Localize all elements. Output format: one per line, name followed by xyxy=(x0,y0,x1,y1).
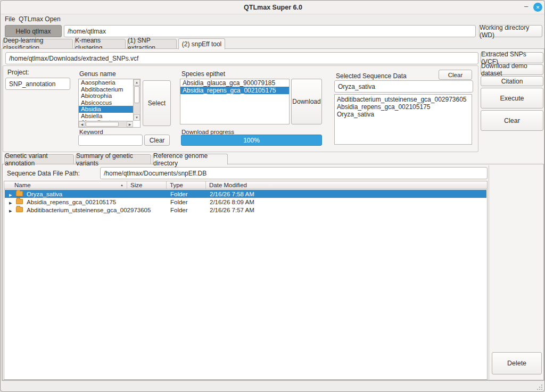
file-name: Absidia_repens_gca_002105175 xyxy=(27,199,125,205)
genus-item[interactable]: Aaosphaeria xyxy=(79,79,133,86)
selected-sequence-item[interactable]: Oryza_sativa xyxy=(335,111,472,118)
file-date-modified: 2/16/26 7:58 AM xyxy=(210,191,254,197)
tab-kmeans-clustering[interactable]: K-means clustering xyxy=(75,39,126,49)
expander-icon[interactable]: ▶ xyxy=(9,201,14,205)
sequence-data-file-path-input[interactable] xyxy=(100,167,488,179)
species-epithet-label: Species epithet xyxy=(181,70,225,78)
column-header-size[interactable]: Size xyxy=(127,181,167,189)
genus-item[interactable]: Absiella xyxy=(79,113,133,120)
menu-bar: File QTLmax Open xyxy=(1,14,545,23)
delete-button[interactable]: Delete xyxy=(492,352,542,374)
snpeff-tool-pane: Extracted SNPs (VCF) Download demo datas… xyxy=(2,48,544,381)
species-listbox[interactable]: Absidia_glauca_gca_900079185 Absidia_rep… xyxy=(180,79,290,124)
selected-sequence-clear-button[interactable]: Clear xyxy=(439,70,472,80)
genus-item-selected[interactable]: Absidia xyxy=(79,106,133,113)
column-header-name[interactable]: Name ▲ xyxy=(4,181,127,189)
reference-genome-pane: Sequence Data File Path: Name ▲ Size Typ… xyxy=(2,164,544,380)
download-demo-dataset-button[interactable]: Download demo dataset xyxy=(481,64,543,75)
close-icon[interactable]: ✕ xyxy=(533,3,542,12)
folder-icon xyxy=(16,191,23,196)
scroll-down-icon[interactable]: ▼ xyxy=(134,114,140,121)
table-row[interactable]: ▶ Absidia_repens_gca_002105175 Folder 2/… xyxy=(5,198,486,206)
sequence-data-file-path-label: Sequence Data File Path: xyxy=(7,170,80,177)
menu-item-file[interactable]: File xyxy=(5,15,15,23)
file-date-modified: 2/16/26 7:57 AM xyxy=(210,207,254,213)
file-type: Folder xyxy=(170,191,188,197)
execute-button[interactable]: Execute xyxy=(481,88,543,109)
table-row[interactable]: ▶ Abditibacterium_utsteinense_gca_002973… xyxy=(5,206,486,214)
species-item-selected[interactable]: Absidia_repens_gca_002105175 xyxy=(180,87,289,94)
title-bar: QTLmax Super 6.0 – ✕ xyxy=(1,1,545,14)
download-button[interactable]: Download xyxy=(291,79,322,124)
selected-sequence-label: Selected Sequence Data xyxy=(336,72,407,80)
resize-grip[interactable] xyxy=(536,385,543,391)
scroll-left-icon[interactable]: ◀ xyxy=(79,121,85,127)
file-type: Folder xyxy=(170,207,188,213)
column-header-type[interactable]: Type xyxy=(167,181,206,189)
selected-sequence-listbox[interactable]: Abditibacterium_utsteinense_gca_00297360… xyxy=(334,94,472,145)
horizontal-scroll-thumb[interactable] xyxy=(86,122,119,127)
sub-tab-bar: Genetic variant annotation Summary of ge… xyxy=(2,154,544,164)
tab-snpeff-tool[interactable]: (2) snpEff tool xyxy=(178,38,225,49)
citation-button[interactable]: Citation xyxy=(481,76,543,86)
keyword-input[interactable] xyxy=(78,135,143,146)
genus-item[interactable]: Absicoccus xyxy=(79,99,133,106)
file-date-modified: 2/16/26 8:09 AM xyxy=(210,199,254,205)
working-directory-input[interactable] xyxy=(64,25,476,37)
file-actions-panel: Delete xyxy=(489,165,543,380)
genus-name-label: Genus name xyxy=(79,70,116,78)
project-name-input[interactable] xyxy=(5,78,70,90)
extracted-snps-button[interactable]: Extracted SNPs (VCF) xyxy=(481,52,543,63)
species-item[interactable]: Absidia_glauca_gca_900079185 xyxy=(180,79,289,87)
column-header-date-modified[interactable]: Date Modified xyxy=(206,181,487,189)
project-label: Project: xyxy=(7,69,29,76)
application-window: QTLmax Super 6.0 – ✕ File QTLmax Open He… xyxy=(0,0,545,392)
window-title: QTLmax Super 6.0 xyxy=(1,4,545,11)
file-name: Abditibacterium_utsteinense_gca_00297360… xyxy=(27,207,165,213)
menu-item-qtlmax-open[interactable]: QTLmax Open xyxy=(19,15,61,23)
selected-sequence-input[interactable] xyxy=(334,80,473,93)
tab-deep-learning-classification[interactable]: Deep-learning classification xyxy=(3,39,73,49)
sort-ascending-icon: ▲ xyxy=(120,184,123,187)
selected-sequence-item[interactable]: Abditibacterium_utsteinense_gca_00297360… xyxy=(335,96,472,103)
tab-reference-genome-directory[interactable]: Reference genome directory xyxy=(153,154,228,165)
select-genus-button[interactable]: Select xyxy=(143,80,171,126)
expander-icon[interactable]: ▶ xyxy=(9,209,14,213)
expander-icon[interactable]: ▶ xyxy=(9,193,14,197)
scroll-up-icon[interactable]: ▲ xyxy=(134,79,140,86)
download-progress-bar: 100% xyxy=(181,135,322,146)
genus-listbox[interactable]: Aaosphaeria Abditibacterium Abiotrophia … xyxy=(78,79,141,128)
keyword-clear-button[interactable]: Clear xyxy=(144,135,170,146)
working-directory-button[interactable]: Working directory (WD) xyxy=(479,25,542,37)
download-progress-value: 100% xyxy=(243,137,260,144)
genus-item[interactable]: Abiotrophia xyxy=(79,93,133,99)
table-row-selected[interactable]: ▶ Oryza_sativa Folder 2/16/26 7:58 AM xyxy=(5,190,486,198)
genus-vertical-scrollbar[interactable]: ▲ ▼ xyxy=(133,79,140,121)
genus-horizontal-scrollbar[interactable]: ◀ ▶ xyxy=(79,121,133,127)
clear-all-button[interactable]: Clear xyxy=(481,110,543,131)
file-name: Oryza_sativa xyxy=(27,191,125,197)
file-table: Name ▲ Size Type Date Modified ▶ Oryza_s… xyxy=(4,181,488,380)
selected-sequence-item[interactable]: Absidia_repens_gca_002105175 xyxy=(335,103,472,111)
scroll-right-icon[interactable]: ▶ xyxy=(127,121,133,127)
minimize-icon[interactable]: – xyxy=(524,2,528,10)
folder-icon xyxy=(16,199,23,204)
vcf-path-input[interactable] xyxy=(5,52,478,64)
tab-summary-genetic-variants[interactable]: Summary of genetic variants xyxy=(76,154,151,164)
tab-genetic-variant-annotation[interactable]: Genetic variant annotation xyxy=(4,154,74,164)
vertical-scroll-thumb[interactable] xyxy=(134,86,139,103)
tab-snp-extraction[interactable]: (1) SNP extraction xyxy=(127,39,177,49)
folder-icon xyxy=(16,207,23,212)
file-type: Folder xyxy=(170,199,188,205)
main-tab-bar: Deep-learning classification K-means clu… xyxy=(1,39,545,49)
hello-user-button[interactable]: Hello qtlmax xyxy=(5,25,62,37)
genus-item[interactable]: Abditibacterium xyxy=(79,86,133,93)
